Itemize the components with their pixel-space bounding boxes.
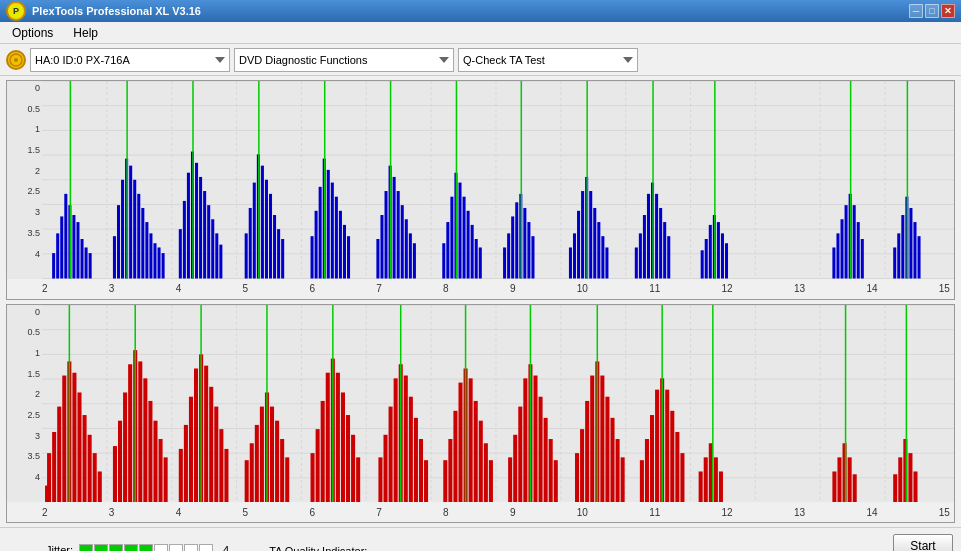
svg-rect-301 <box>848 457 852 502</box>
svg-rect-96 <box>450 197 453 279</box>
svg-rect-84 <box>380 215 383 278</box>
svg-rect-310 <box>45 485 48 502</box>
svg-rect-292 <box>699 471 703 502</box>
start-section: Start ⓘ <box>893 534 953 552</box>
svg-rect-245 <box>414 417 418 502</box>
svg-rect-195 <box>118 420 122 502</box>
svg-rect-252 <box>458 382 462 502</box>
maximize-button[interactable]: □ <box>925 4 939 18</box>
svg-rect-122 <box>601 236 604 278</box>
svg-rect-68 <box>273 215 276 278</box>
svg-rect-69 <box>277 229 280 278</box>
svg-rect-236 <box>356 457 360 502</box>
svg-rect-185 <box>62 375 66 502</box>
chart2-x-labels: 2 3 4 5 6 7 8 9 10 11 12 13 14 15 <box>42 507 954 518</box>
svg-rect-273 <box>585 400 589 502</box>
svg-rect-40 <box>133 180 136 279</box>
svg-rect-92 <box>413 243 416 278</box>
ta-quality-section: TA Quality Indicator: Good <box>269 545 367 552</box>
svg-rect-285 <box>655 389 659 502</box>
svg-rect-132 <box>663 222 666 278</box>
svg-rect-296 <box>719 471 723 502</box>
svg-rect-282 <box>640 460 644 502</box>
indicators-section: Jitter: 4 Peak Shift: <box>8 544 229 552</box>
svg-rect-238 <box>378 457 382 502</box>
svg-rect-83 <box>376 239 379 279</box>
svg-rect-91 <box>409 233 412 278</box>
svg-rect-280 <box>621 457 625 502</box>
svg-rect-299 <box>837 457 841 502</box>
chart1-area: 4 3.5 3 2.5 2 1.5 1 0.5 0 <box>7 81 954 279</box>
jitter-seg5 <box>139 544 153 552</box>
svg-rect-45 <box>153 243 156 278</box>
svg-rect-207 <box>184 424 188 502</box>
svg-rect-295 <box>714 457 718 502</box>
svg-rect-50 <box>183 201 186 279</box>
svg-rect-256 <box>479 420 483 502</box>
chart2-container: 4 3.5 3 2.5 2 1.5 1 0.5 0 <box>6 304 955 524</box>
svg-rect-307 <box>908 453 912 502</box>
jitter-seg7 <box>169 544 183 552</box>
jitter-label: Jitter: <box>8 544 73 552</box>
test-select[interactable]: Q-Check TA Test <box>458 48 638 72</box>
svg-rect-98 <box>458 183 461 279</box>
minimize-button[interactable]: ─ <box>909 4 923 18</box>
svg-rect-150 <box>861 239 864 279</box>
svg-rect-126 <box>639 233 642 278</box>
svg-rect-54 <box>199 177 202 279</box>
svg-rect-136 <box>705 239 708 279</box>
svg-rect-211 <box>204 365 208 502</box>
svg-rect-269 <box>554 460 558 502</box>
svg-rect-59 <box>219 245 222 279</box>
jitter-seg9 <box>199 544 213 552</box>
menu-options[interactable]: Options <box>4 24 61 42</box>
svg-rect-73 <box>315 211 318 279</box>
svg-rect-44 <box>149 233 152 278</box>
svg-rect-146 <box>845 205 848 278</box>
chart1-svg <box>42 81 954 279</box>
svg-rect-108 <box>515 202 518 278</box>
jitter-seg2 <box>94 544 108 552</box>
svg-rect-220 <box>260 406 264 502</box>
svg-rect-88 <box>397 191 400 278</box>
svg-rect-125 <box>635 247 638 278</box>
svg-rect-62 <box>249 208 252 279</box>
svg-rect-189 <box>83 415 87 502</box>
svg-rect-120 <box>593 208 596 279</box>
jitter-seg3 <box>109 544 123 552</box>
svg-rect-123 <box>605 247 608 278</box>
svg-rect-249 <box>443 460 447 502</box>
svg-rect-31 <box>81 239 84 279</box>
svg-rect-188 <box>77 392 81 502</box>
svg-rect-94 <box>442 243 445 278</box>
svg-rect-257 <box>484 443 488 502</box>
svg-rect-116 <box>577 211 580 279</box>
svg-rect-229 <box>321 400 325 502</box>
function-select[interactable]: DVD Diagnostic Functions <box>234 48 454 72</box>
svg-rect-251 <box>453 410 457 502</box>
svg-rect-111 <box>527 222 530 278</box>
svg-rect-27 <box>64 194 67 279</box>
svg-rect-187 <box>72 372 76 502</box>
chart1-y-axis: 4 3.5 3 2.5 2 1.5 1 0.5 0 <box>7 81 42 259</box>
svg-rect-302 <box>853 474 857 502</box>
drive-select[interactable]: HA:0 ID:0 PX-716A <box>30 48 230 72</box>
svg-rect-137 <box>709 225 712 279</box>
svg-rect-100 <box>467 211 470 279</box>
start-button[interactable]: Start <box>893 534 953 552</box>
svg-rect-133 <box>667 236 670 278</box>
close-button[interactable]: ✕ <box>941 4 955 18</box>
svg-rect-55 <box>203 191 206 278</box>
svg-rect-153 <box>897 233 900 278</box>
svg-rect-227 <box>311 453 315 502</box>
bottom-panel: Jitter: 4 Peak Shift: <box>0 527 961 551</box>
svg-rect-47 <box>162 253 165 278</box>
menu-help[interactable]: Help <box>65 24 106 42</box>
svg-rect-36 <box>117 205 120 278</box>
menu-bar: Options Help <box>0 22 961 44</box>
svg-rect-228 <box>316 429 320 502</box>
svg-rect-99 <box>463 197 466 279</box>
svg-rect-157 <box>913 222 916 278</box>
svg-rect-25 <box>56 233 59 278</box>
svg-rect-254 <box>469 378 473 502</box>
